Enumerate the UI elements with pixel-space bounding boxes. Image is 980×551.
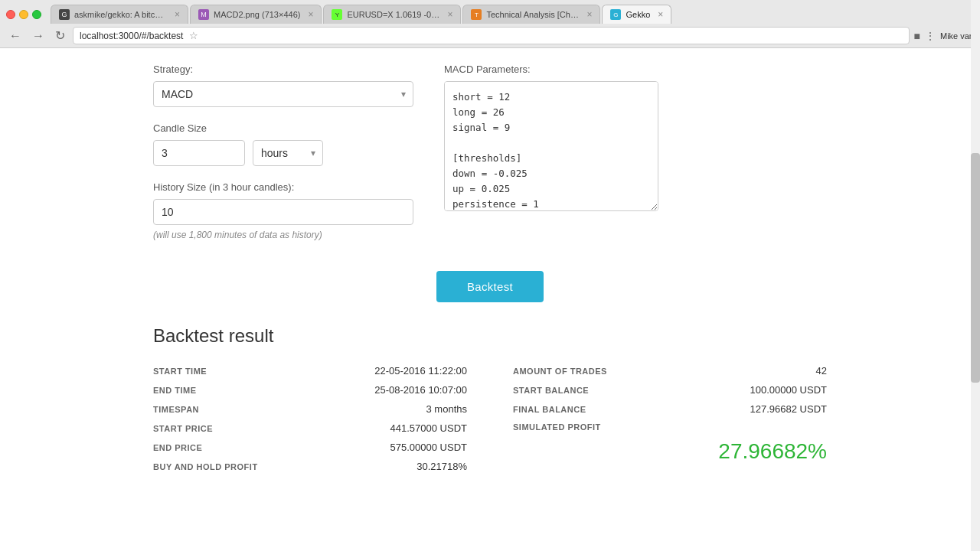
profile-button[interactable]: Mike van — [940, 31, 974, 41]
params-label: MACD Parameters: — [444, 64, 658, 75]
fullscreen-window-button[interactable] — [32, 10, 41, 19]
tab4-favicon: T — [471, 9, 482, 20]
buy-hold-profit-val: 30.21718% — [416, 461, 467, 472]
backtest-button-row: Backtest — [0, 271, 980, 302]
timespan-key: TIMESPAN — [153, 405, 199, 414]
params-textarea[interactable]: short = 12 long = 26 signal = 9 [thresho… — [444, 81, 658, 211]
address-icons: ☆ — [189, 30, 198, 41]
results-title: Backtest result — [153, 325, 827, 347]
result-buy-hold-profit: BUY AND HOLD PROFIT 30.21718% — [153, 461, 467, 472]
tab2-title: MACD2.png (713×446) — [214, 10, 300, 19]
tab1-favicon: G — [59, 9, 70, 20]
start-time-key: START TIME — [153, 367, 207, 376]
tab4-close-button[interactable]: × — [586, 9, 592, 20]
result-start-time: START TIME 22-05-2016 11:22:00 — [153, 365, 467, 377]
history-input[interactable] — [153, 199, 413, 225]
end-time-val: 25-08-2016 10:07:00 — [374, 384, 467, 396]
browser-tab-3[interactable]: Y EURUSD=X 1.0619 -0.0014 × — [323, 5, 461, 24]
end-price-key: END PRICE — [153, 443, 202, 452]
candle-size-row: minutes hours days ▾ — [153, 140, 413, 166]
bookmark-star-icon[interactable]: ☆ — [189, 30, 198, 41]
start-price-val: 441.57000 USDT — [390, 422, 467, 434]
final-balance-key: FINAL BALANCE — [513, 405, 586, 414]
result-amount-trades: AMOUNT OF TRADES 42 — [513, 365, 827, 377]
candle-size-input[interactable] — [153, 140, 245, 166]
end-time-key: END TIME — [153, 386, 197, 395]
address-bar-row: ← → ↻ localhost:3000/#/backtest ☆ ■ ⋮ Mi… — [0, 24, 980, 47]
simulated-profit-value: 27.96682% — [718, 439, 827, 463]
final-balance-val: 127.96682 USDT — [750, 403, 827, 415]
result-timespan: TIMESPAN 3 months — [153, 403, 467, 415]
result-start-balance: START BALANCE 100.00000 USDT — [513, 384, 827, 396]
right-panel: MACD Parameters: short = 12 long = 26 si… — [444, 64, 658, 240]
back-button[interactable]: ← — [6, 28, 24, 44]
reload-button[interactable]: ↻ — [52, 27, 68, 44]
results-grid: START TIME 22-05-2016 11:22:00 END TIME … — [153, 365, 827, 480]
tab5-close-button[interactable]: × — [658, 9, 663, 20]
forward-button[interactable]: → — [29, 28, 47, 44]
start-time-val: 22-05-2016 11:22:00 — [374, 365, 467, 377]
traffic-lights — [6, 10, 41, 19]
tab2-favicon: M — [198, 9, 209, 20]
extensions-icon[interactable]: ■ — [914, 30, 920, 42]
browser-tab-4[interactable]: T Technical Analysis [ChartSc... × — [462, 5, 600, 24]
close-window-button[interactable] — [6, 10, 15, 19]
menu-icon[interactable]: ⋮ — [925, 30, 936, 42]
simulated-profit-key: SIMULATED PROFIT — [513, 422, 601, 432]
form-section: Strategy: MACD RSI Bollinger Bands ▾ Can… — [138, 64, 842, 240]
timespan-val: 3 months — [426, 403, 467, 415]
buy-hold-profit-key: BUY AND HOLD PROFIT — [153, 462, 258, 471]
strategy-label: Strategy: — [153, 64, 413, 75]
result-final-balance: FINAL BALANCE 127.96682 USDT — [513, 403, 827, 415]
tab1-close-button[interactable]: × — [175, 9, 180, 20]
tab-bar: G askmike/gekko: A bitcoin trad... × M M… — [0, 0, 980, 24]
browser-tab-1[interactable]: G askmike/gekko: A bitcoin trad... × — [51, 5, 188, 24]
tab2-close-button[interactable]: × — [308, 9, 313, 20]
tab1-title: askmike/gekko: A bitcoin trad... — [74, 10, 167, 19]
tab3-close-button[interactable]: × — [447, 9, 452, 20]
results-col-left: START TIME 22-05-2016 11:22:00 END TIME … — [153, 365, 467, 480]
browser-tab-2[interactable]: M MACD2.png (713×446) × — [190, 5, 322, 24]
history-label: History Size (in 3 hour candles): — [153, 181, 413, 193]
browser-chrome: G askmike/gekko: A bitcoin trad... × M M… — [0, 0, 980, 48]
start-balance-val: 100.00000 USDT — [750, 384, 827, 396]
address-bar[interactable]: localhost:3000/#/backtest ☆ — [73, 27, 910, 44]
minimize-window-button[interactable] — [19, 10, 28, 19]
result-simulated-profit: SIMULATED PROFIT — [513, 422, 827, 432]
backtest-button[interactable]: Backtest — [436, 271, 544, 302]
url-text: localhost:3000/#/backtest — [80, 31, 183, 41]
candle-unit-select[interactable]: minutes hours days — [253, 140, 323, 166]
result-end-time: END TIME 25-08-2016 10:07:00 — [153, 384, 467, 396]
tab5-favicon: G — [610, 9, 621, 20]
candle-size-label: Candle Size — [153, 122, 413, 134]
strategy-select[interactable]: MACD RSI Bollinger Bands — [153, 81, 413, 107]
scrollbar-track[interactable] — [971, 0, 980, 551]
browser-tab-5[interactable]: G Gekko × — [602, 5, 671, 24]
start-price-key: START PRICE — [153, 424, 213, 433]
candle-unit-wrapper: minutes hours days ▾ — [253, 140, 323, 166]
result-start-price: START PRICE 441.57000 USDT — [153, 422, 467, 434]
end-price-val: 575.00000 USDT — [390, 442, 467, 453]
amount-trades-key: AMOUNT OF TRADES — [513, 367, 607, 376]
scrollbar-thumb[interactable] — [971, 153, 980, 383]
left-panel: Strategy: MACD RSI Bollinger Bands ▾ Can… — [153, 64, 413, 240]
start-balance-key: START BALANCE — [513, 386, 589, 395]
tab3-title: EURUSD=X 1.0619 -0.0014 — [347, 10, 439, 19]
results-col-right: AMOUNT OF TRADES 42 START BALANCE 100.00… — [513, 365, 827, 480]
tab4-title: Technical Analysis [ChartSc... — [486, 10, 579, 19]
page-content: Strategy: MACD RSI Bollinger Bands ▾ Can… — [0, 48, 980, 551]
history-note: (will use 1,800 minutes of data as histo… — [153, 230, 413, 240]
browser-toolbar-right: ■ ⋮ Mike van — [914, 30, 975, 42]
tab3-favicon: Y — [332, 9, 342, 20]
results-section: Backtest result START TIME 22-05-2016 11… — [138, 325, 842, 480]
strategy-select-wrapper: MACD RSI Bollinger Bands ▾ — [153, 81, 413, 107]
amount-trades-val: 42 — [816, 365, 827, 377]
result-end-price: END PRICE 575.00000 USDT — [153, 442, 467, 453]
tab5-title: Gekko — [626, 10, 650, 19]
